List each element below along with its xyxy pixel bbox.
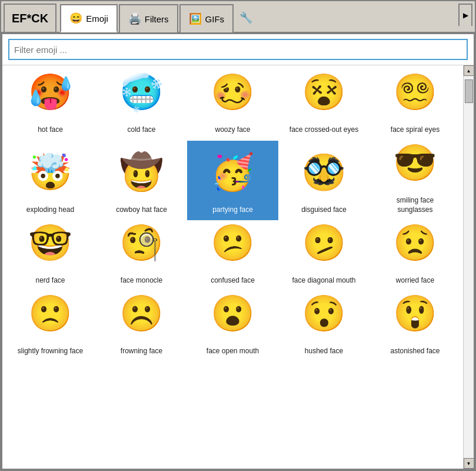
- emoji-label-face-diagonal-mouth: face diagonal mouth: [292, 276, 355, 286]
- emoji-grid: 🥵hot face🥶cold face🥴woozy face😵face cros…: [5, 70, 461, 361]
- content-area: 🥵hot face🥶cold face🥴woozy face😵face cros…: [1, 33, 475, 470]
- emoji-cell-disguised-face[interactable]: 🥸disguised face: [278, 141, 370, 220]
- emoji-icon-exploding-head: 🤯: [27, 155, 74, 202]
- emoji-label-confused-face: confused face: [211, 276, 255, 286]
- tab-gifs[interactable]: 🖼️ GIFs: [179, 4, 234, 32]
- emoji-cell-cold-face[interactable]: 🥶cold face: [96, 70, 187, 141]
- emoji-label-hushed-face: hushed face: [305, 347, 343, 356]
- scroll-thumb[interactable]: [465, 79, 473, 103]
- emoji-icon-hushed-face: 😯: [301, 296, 348, 343]
- emoji-icon-cold-face: 🥶: [118, 75, 165, 122]
- emoji-cell-frowning-face[interactable]: ☹️frowning face: [96, 291, 187, 361]
- emoji-label-woozy-face: woozy face: [215, 125, 250, 135]
- emoji-cell-smiling-face-sunglasses[interactable]: 😎smiling face sunglasses: [370, 141, 461, 220]
- emoji-label-nerd-face: nerd face: [35, 276, 65, 286]
- emoji-label-cowboy-hat-face: cowboy hat face: [116, 205, 167, 215]
- emoji-cell-woozy-face[interactable]: 🥴woozy face: [187, 70, 278, 141]
- emoji-label-astonished-face: astonished face: [390, 347, 440, 356]
- emoji-cell-face-crossed-out-eyes[interactable]: 😵face crossed-out eyes: [278, 70, 370, 141]
- scroll-down-button[interactable]: ▼: [464, 458, 474, 469]
- emoji-label-face-monocle: face monocle: [121, 276, 162, 286]
- emoji-cell-hot-face[interactable]: 🥵hot face: [5, 70, 96, 141]
- emoji-icon-hot-face: 🥵: [27, 75, 74, 122]
- emoji-icon-frowning-face: ☹️: [118, 296, 165, 343]
- emoji-label-face-spiral-eyes: face spiral eyes: [391, 125, 440, 135]
- emoji-cell-confused-face[interactable]: 😕confused face: [187, 220, 278, 291]
- emoji-cell-worried-face[interactable]: 😟worried face: [370, 220, 461, 291]
- emoji-label-hot-face: hot face: [38, 125, 63, 135]
- emoji-cell-face-diagonal-mouth[interactable]: 🫤face diagonal mouth: [278, 220, 370, 291]
- scroll-up-button[interactable]: ▲: [464, 65, 474, 76]
- tab-emoji[interactable]: 😄 Emoji: [60, 4, 118, 32]
- emoji-label-smiling-face-sunglasses: smiling face sunglasses: [380, 196, 451, 214]
- emoji-cell-exploding-head[interactable]: 🤯exploding head: [5, 141, 96, 220]
- emoji-label-frowning-face: frowning face: [121, 347, 162, 356]
- tab-scroll-right[interactable]: ▶: [458, 4, 472, 26]
- gifs-tab-label: GIFs: [205, 14, 225, 24]
- emoji-grid-container: 🥵hot face🥶cold face🥴woozy face😵face cros…: [2, 65, 474, 469]
- emoji-icon-smiling-face-sunglasses: 😎: [392, 145, 439, 193]
- search-bar: [2, 34, 474, 65]
- emoji-label-cold-face: cold face: [127, 125, 155, 135]
- emoji-scroll-area[interactable]: 🥵hot face🥶cold face🥴woozy face😵face cros…: [2, 65, 463, 469]
- filters-tab-icon: 🖨️: [128, 12, 141, 25]
- scroll-track: [464, 76, 474, 458]
- app-title: EF*CK: [4, 4, 56, 32]
- emoji-cell-partying-face[interactable]: 🥳partying face: [187, 141, 278, 220]
- emoji-cell-face-monocle[interactable]: 🧐face monocle: [96, 220, 187, 291]
- emoji-icon-astonished-face: 😲: [392, 296, 439, 343]
- emoji-label-disguised-face: disguised face: [301, 205, 347, 215]
- gifs-tab-icon: 🖼️: [189, 12, 202, 25]
- emoji-tab-icon: 😄: [69, 12, 82, 25]
- emoji-icon-disguised-face: 🥸: [301, 155, 348, 202]
- app-window: EF*CK 😄 Emoji 🖨️ Filters 🖼️ GIFs 🔧 ▶ 🥵ho…: [0, 0, 476, 471]
- tab-filters[interactable]: 🖨️ Filters: [119, 4, 178, 32]
- emoji-icon-cowboy-hat-face: 🤠: [118, 155, 165, 202]
- emoji-cell-cowboy-hat-face[interactable]: 🤠cowboy hat face: [96, 141, 187, 220]
- emoji-cell-hushed-face[interactable]: 😯hushed face: [278, 291, 370, 361]
- emoji-icon-face-crossed-out-eyes: 😵: [301, 75, 348, 122]
- emoji-icon-woozy-face: 🥴: [209, 75, 257, 122]
- emoji-icon-slightly-frowning-face: 🙁: [27, 296, 74, 343]
- emoji-label-slightly-frowning-face: slightly frowning face: [18, 347, 83, 356]
- emoji-cell-face-open-mouth[interactable]: 😮face open mouth: [187, 291, 278, 361]
- emoji-icon-partying-face: 🥳: [209, 155, 257, 202]
- search-input[interactable]: [8, 39, 468, 60]
- emoji-icon-confused-face: 😕: [209, 225, 257, 273]
- filters-tab-label: Filters: [145, 14, 169, 24]
- emoji-cell-astonished-face[interactable]: 😲astonished face: [370, 291, 461, 361]
- emoji-icon-face-spiral-eyes: 😵‍💫: [392, 75, 439, 122]
- emoji-icon-worried-face: 😟: [392, 225, 439, 273]
- emoji-label-face-crossed-out-eyes: face crossed-out eyes: [289, 125, 358, 135]
- emoji-icon-face-monocle: 🧐: [118, 225, 165, 273]
- emoji-cell-nerd-face[interactable]: 🤓nerd face: [5, 220, 96, 291]
- emoji-label-face-open-mouth: face open mouth: [207, 347, 259, 356]
- scrollbar: ▲ ▼: [463, 65, 474, 469]
- emoji-cell-slightly-frowning-face[interactable]: 🙁slightly frowning face: [5, 291, 96, 361]
- emoji-label-partying-face: partying face: [212, 205, 253, 215]
- emoji-cell-face-spiral-eyes[interactable]: 😵‍💫face spiral eyes: [370, 70, 461, 141]
- tools-icon[interactable]: 🔧: [235, 4, 257, 32]
- emoji-icon-nerd-face: 🤓: [27, 225, 74, 273]
- emoji-icon-face-open-mouth: 😮: [209, 296, 257, 343]
- tab-bar: EF*CK 😄 Emoji 🖨️ Filters 🖼️ GIFs 🔧 ▶: [1, 1, 475, 33]
- emoji-icon-face-diagonal-mouth: 🫤: [301, 225, 348, 273]
- emoji-label-worried-face: worried face: [396, 276, 434, 286]
- emoji-tab-label: Emoji: [86, 14, 108, 24]
- emoji-label-exploding-head: exploding head: [26, 205, 74, 215]
